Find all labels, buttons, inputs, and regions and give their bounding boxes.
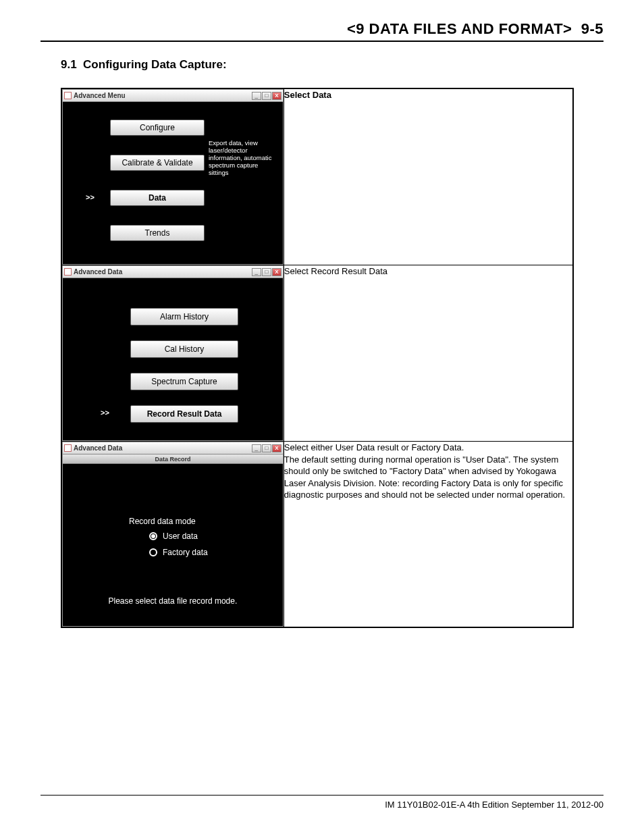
section-title: 9.1 Configuring Data Capture: (61, 58, 603, 72)
section-name: Configuring Data Capture: (83, 58, 227, 71)
page-header: <9 DATA FILES AND FORMAT> 9-5 (41, 20, 603, 42)
cal-history-button[interactable]: Cal History (130, 340, 238, 358)
prompt-text: Please select data file record mode. (63, 596, 283, 606)
window-title: Advanced Data (74, 444, 250, 452)
screenshot-cell: Advanced Data _ □ X Alarm History Cal Hi… (61, 265, 284, 442)
panel-body: Configure Calibrate & Validate Export da… (63, 102, 283, 264)
screenshot-cell: Advanced Menu _ □ X Configure Calibrate … (61, 88, 284, 265)
window-controls: _ □ X (252, 444, 281, 452)
footer-text: IM 11Y01B02-01E-A 4th Edition September … (385, 800, 603, 810)
factory-data-option[interactable]: Factory data (149, 548, 208, 557)
titlebar: Advanced Data _ □ X (63, 442, 283, 454)
page-footer: IM 11Y01B02-01E-A 4th Edition September … (41, 795, 603, 810)
minimize-icon[interactable]: _ (252, 444, 261, 452)
radio-icon (149, 532, 157, 540)
minimize-icon[interactable]: _ (252, 92, 261, 100)
panel-body: Record data mode User data Factory data … (63, 464, 283, 626)
step-description: Select Data (284, 90, 331, 100)
close-icon[interactable]: X (272, 268, 281, 276)
steps-table: Advanced Menu _ □ X Configure Calibrate … (61, 88, 574, 628)
window-title: Advanced Menu (74, 92, 250, 99)
option-label: User data (163, 531, 198, 541)
spectrum-capture-button[interactable]: Spectrum Capture (130, 373, 238, 390)
app-icon (64, 92, 72, 99)
subtitle-bar: Data Record (63, 454, 283, 464)
table-row: Advanced Data _ □ X Alarm History Cal Hi… (61, 265, 573, 442)
maximize-icon[interactable]: □ (262, 268, 271, 276)
window-controls: _ □ X (252, 92, 281, 100)
radio-icon (149, 548, 157, 556)
titlebar: Advanced Data _ □ X (63, 266, 283, 278)
helper-text: Export data, view laser/detector informa… (209, 140, 276, 177)
calibrate-validate-button[interactable]: Calibrate & Validate (110, 155, 205, 171)
mode-label: Record data mode (129, 517, 196, 526)
selection-pointer: >> (101, 409, 109, 417)
user-data-option[interactable]: User data (149, 531, 198, 541)
chapter-title: <9 DATA FILES AND FORMAT> 9-5 (347, 20, 603, 37)
window-data-record: Advanced Data _ □ X Data Record Record d… (62, 442, 284, 627)
window-advanced-data: Advanced Data _ □ X Alarm History Cal Hi… (62, 265, 284, 441)
selection-pointer: >> (86, 193, 95, 201)
step-description: Select either User Data result or Factor… (284, 442, 565, 500)
data-button[interactable]: Data (110, 190, 205, 206)
section-number: 9.1 (61, 58, 77, 71)
panel-body: Alarm History Cal History Spectrum Captu… (63, 278, 283, 440)
titlebar: Advanced Menu _ □ X (63, 90, 283, 102)
maximize-icon[interactable]: □ (262, 444, 271, 452)
description-cell: Select either User Data result or Factor… (284, 442, 573, 628)
page-number: 9-5 (581, 20, 603, 37)
minimize-icon[interactable]: _ (252, 268, 261, 276)
maximize-icon[interactable]: □ (262, 92, 271, 100)
table-row: Advanced Data _ □ X Data Record Record d… (61, 442, 573, 628)
window-title: Advanced Data (74, 268, 250, 276)
chapter-name: <9 DATA FILES AND FORMAT> (347, 20, 572, 37)
record-result-data-button[interactable]: Record Result Data (130, 405, 238, 423)
description-cell: Select Data (284, 88, 573, 265)
window-controls: _ □ X (252, 268, 281, 276)
step-description: Select Record Result Data (284, 266, 387, 276)
screenshot-cell: Advanced Data _ □ X Data Record Record d… (61, 442, 284, 628)
alarm-history-button[interactable]: Alarm History (130, 308, 238, 325)
close-icon[interactable]: X (272, 444, 281, 452)
app-icon (64, 268, 72, 276)
trends-button[interactable]: Trends (110, 225, 205, 241)
description-cell: Select Record Result Data (284, 265, 573, 442)
configure-button[interactable]: Configure (110, 120, 205, 136)
table-row: Advanced Menu _ □ X Configure Calibrate … (61, 88, 573, 265)
option-label: Factory data (163, 548, 208, 557)
app-icon (64, 444, 72, 452)
close-icon[interactable]: X (272, 92, 281, 100)
window-advanced-menu: Advanced Menu _ □ X Configure Calibrate … (62, 89, 284, 265)
